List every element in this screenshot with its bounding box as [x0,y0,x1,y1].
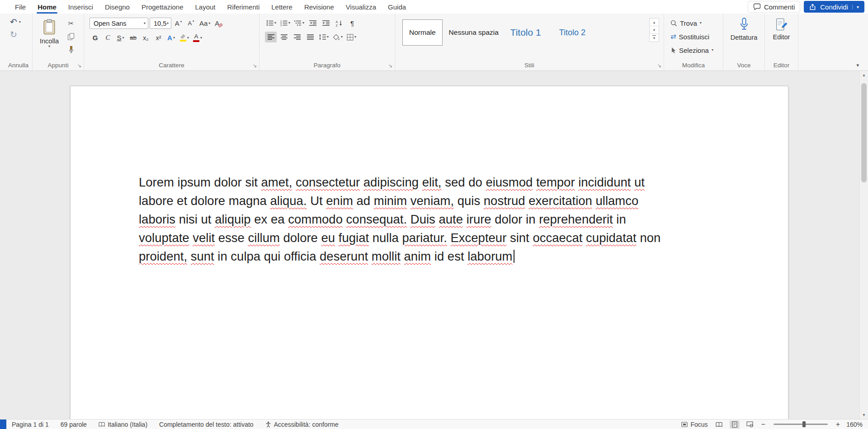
style-normale[interactable]: Normale [402,19,443,46]
document-text[interactable]: Lorem ipsum dolor sit amet, consectetur … [71,86,788,266]
text-effects-button[interactable]: A▾ [165,32,177,43]
appunti-dialog-launcher-icon[interactable]: ↘ [77,63,81,68]
align-right-button[interactable] [291,32,303,42]
replace-button[interactable]: ⇄ Sostituisci [670,32,723,42]
bullets-button[interactable]: ▾ [265,18,278,28]
font-color-button[interactable]: A ▾ [192,32,203,43]
undo-button[interactable]: ↶ [10,18,17,26]
menu-tab-lettere[interactable]: Lettere [265,0,298,14]
style-gallery-more-button[interactable]: ▾ [650,34,659,42]
menu-tab-guida[interactable]: Guida [382,0,412,14]
redo-button[interactable]: ↻ [10,30,32,39]
paste-dropdown-chevron-icon[interactable]: ▾ [48,45,50,48]
zoom-out-button[interactable]: − [761,421,765,428]
share-button[interactable]: Condividi ▾ [804,1,864,13]
grow-font-button[interactable]: A▴ [173,18,184,29]
share-dropdown-chevron-icon[interactable]: ▾ [852,5,859,9]
increase-indent-button[interactable] [320,18,332,28]
decrease-indent-button[interactable] [307,18,319,28]
multilevel-list-button[interactable]: ▾ [293,18,306,28]
menu-tab-layout[interactable]: Layout [189,0,222,14]
zoom-slider-thumb[interactable] [802,421,806,427]
language-status[interactable]: Italiano (Italia) [99,421,147,428]
sort-button[interactable]: AZ [333,18,345,28]
web-layout-button[interactable] [745,420,755,429]
menu-tab-visualizza[interactable]: Visualizza [340,0,382,14]
show-formatting-marks-button[interactable]: ¶ [346,18,358,28]
text-line[interactable]: voluptate velit esse cillum dolore eu fu… [139,228,720,247]
shrink-font-button[interactable]: A▾ [185,18,197,29]
copy-button[interactable] [65,31,77,42]
style-titolo-2[interactable]: Titolo 2 [553,19,592,46]
menu-tab-home[interactable]: Home [32,0,62,14]
text-completion-status[interactable]: Completamento del testo: attivato [159,421,254,428]
focus-mode-button[interactable]: Focus [681,421,708,428]
undo-dropdown-chevron-icon[interactable]: ▾ [19,20,21,24]
select-button[interactable]: Seleziona ▾ [670,45,723,55]
strikethrough-button[interactable]: ab [127,32,139,43]
comments-button[interactable]: Commenti [748,1,800,13]
subscript-button[interactable]: x₂ [140,32,151,43]
paragrafo-dialog-launcher-icon[interactable]: ↘ [388,63,392,68]
vertical-scrollbar[interactable]: ▲ ▼ [859,71,868,419]
accessibility-status[interactable]: Accessibilità: conforme [265,421,339,428]
page-count[interactable]: Pagina 1 di 1 [12,421,49,428]
paste-button[interactable]: Incolla ▾ [37,16,62,57]
menu-tab-progettazione[interactable]: Progettazione [136,0,189,14]
underline-button[interactable]: S▾ [115,32,126,43]
menu-tab-riferimenti[interactable]: Riferimenti [222,0,266,14]
carattere-dialog-launcher-icon[interactable]: ↘ [253,63,257,68]
format-painter-button[interactable] [65,44,77,55]
style-nessuna-spaziatura[interactable]: Nessuna spaziatura [448,19,499,46]
read-mode-button[interactable] [714,420,724,429]
word-count[interactable]: 69 parole [61,421,87,428]
dictate-button[interactable]: Dettatura [723,14,764,41]
replace-icon: ⇄ [670,33,676,41]
style-gallery-down-button[interactable]: ▾ [650,26,659,34]
text-line[interactable]: labore et dolore magna aliqua. Ut enim a… [139,191,720,210]
italic-button[interactable]: C [102,32,113,43]
bold-button[interactable]: G [90,32,101,43]
group-label-editor: Editor [765,62,798,69]
font-size-combobox[interactable]: 10,5 ▾ [150,18,171,29]
zoom-in-button[interactable]: + [836,421,840,428]
change-case-button[interactable]: Aa▾ [198,18,212,29]
numbering-button[interactable]: 123 ▾ [279,18,292,28]
line-spacing-button[interactable]: ▾ [317,32,330,42]
zoom-level[interactable]: 160% [846,421,863,428]
scroll-down-arrow-icon[interactable]: ▼ [860,413,868,417]
word: ex [254,212,267,226]
scrollbar-thumb[interactable] [861,83,867,182]
style-titolo-1[interactable]: Titolo 1 [504,19,547,46]
menu-tab-file[interactable]: File [9,0,32,14]
borders-button[interactable]: ▾ [345,32,358,42]
shading-button[interactable]: ▾ [331,32,344,42]
editor-button[interactable]: Editor [765,14,798,41]
document-canvas[interactable]: Lorem ipsum dolor sit amet, consectetur … [0,71,868,419]
share-icon [809,4,816,10]
align-left-button[interactable] [265,32,277,42]
menu-tab-disegno[interactable]: Disegno [99,0,136,14]
clear-formatting-button[interactable]: A [213,18,224,29]
text-line[interactable]: laboris nisi ut aliquip ex ea commodo co… [139,210,720,228]
font-name-combobox[interactable]: Open Sans ▾ [90,18,148,29]
misspelled-word: eiusmod [486,175,533,189]
style-gallery-up-button[interactable]: ▴ [650,19,659,26]
text-line[interactable]: proident, sunt in culpa qui officia dese… [139,247,720,266]
cut-button[interactable]: ✂ [65,18,77,29]
collapse-ribbon-chevron-icon[interactable]: ▾ [856,62,859,68]
ribbon-group-editor: Editor Editor [765,14,798,70]
align-center-button[interactable] [278,32,290,42]
print-layout-button[interactable] [730,420,740,429]
superscript-button[interactable]: x² [153,32,164,43]
menu-tab-inserisci[interactable]: Inserisci [62,0,99,14]
text-line[interactable]: Lorem ipsum dolor sit amet, consectetur … [139,173,720,191]
stili-dialog-launcher-icon[interactable]: ↘ [657,63,661,68]
document-page[interactable]: Lorem ipsum dolor sit amet, consectetur … [70,86,788,419]
justify-button[interactable] [304,32,316,42]
menu-tab-revisione[interactable]: Revisione [298,0,340,14]
highlight-color-button[interactable]: ▾ [178,32,190,43]
scroll-up-arrow-icon[interactable]: ▲ [860,73,868,77]
find-button[interactable]: Trova ▾ [670,18,723,28]
zoom-slider[interactable] [774,424,828,425]
